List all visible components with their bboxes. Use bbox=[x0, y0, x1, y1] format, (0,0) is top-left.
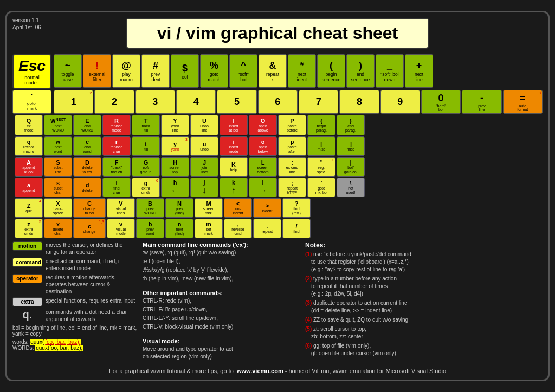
cmd-w: :w (save), :q (quit), :q! (quit w/o savi… bbox=[143, 249, 300, 257]
key-l: l → bbox=[249, 178, 277, 197]
key-5: 5 bbox=[217, 90, 256, 114]
key-T: T back'till bbox=[132, 115, 160, 135]
legend-col: motion moves the cursor, or defines the … bbox=[12, 241, 137, 362]
notes-col: Notes: (1) use "x before a yank/paste/de… bbox=[305, 241, 543, 362]
key-t: t 'till bbox=[132, 136, 160, 156]
key-A: A appendat eol bbox=[15, 157, 43, 177]
key-tilde: ~ togglecase bbox=[54, 54, 82, 88]
cmd-f: :e f (open file f), bbox=[143, 258, 300, 265]
key-d: d delete bbox=[73, 178, 101, 197]
key-z: 5 z extracmds bbox=[15, 219, 43, 238]
esc-key: Esc bbox=[18, 57, 46, 75]
key-s: s substchar bbox=[44, 178, 72, 197]
note-2: (2) type in a number before any action t… bbox=[305, 275, 543, 298]
cmd-ctrl2: CTRL-F/-B: page up/down, bbox=[143, 306, 300, 313]
key-rparen: ) endsentence bbox=[346, 54, 375, 88]
key-semicolon: ; repeatt/T/f/F bbox=[278, 178, 306, 197]
key-N: N prev(find) bbox=[165, 198, 193, 218]
key-apostrophe: ' gotomk. bol bbox=[307, 178, 335, 197]
key-c: 1,3 c change bbox=[73, 219, 106, 238]
date-text: April 1st, 06 bbox=[12, 24, 56, 31]
visual-title: Visual mode: bbox=[143, 338, 300, 344]
key-I: I insertat bol bbox=[220, 115, 248, 135]
key-P: P pastebefore bbox=[278, 115, 306, 135]
key-y: 3 y yank bbox=[161, 136, 189, 156]
key-lbrace: { beginparag. bbox=[307, 115, 335, 135]
key-pipe: | bol/goto col bbox=[337, 157, 365, 177]
main-title: vi / vim graphical cheat sheet bbox=[138, 23, 417, 43]
key-M: M screenmid'l bbox=[195, 198, 223, 218]
key-D: D deleteto eol bbox=[73, 157, 101, 177]
badge-motion: motion bbox=[12, 241, 42, 251]
key-J: J joinlines bbox=[190, 157, 218, 177]
badge-extra: extra bbox=[12, 297, 42, 306]
key-H: H screentop bbox=[161, 157, 189, 177]
key-gt: > indent bbox=[253, 198, 281, 218]
key-h: h ← bbox=[161, 178, 189, 197]
key-2: 2 bbox=[94, 90, 134, 114]
cmd-h: :h (help in vim), :new (new file in vim)… bbox=[143, 275, 300, 283]
key-v: v visualmode bbox=[107, 219, 135, 238]
key-g: 6 g extracmds bbox=[132, 178, 160, 197]
key-percent: % gotomatch bbox=[200, 54, 228, 88]
version-text: version 1.1 bbox=[12, 17, 56, 24]
key-E: E endWORD bbox=[73, 115, 101, 135]
key-e: e endword bbox=[73, 136, 101, 156]
key-a: a append bbox=[15, 178, 43, 197]
cmd-ctrl4: CTRL-V: block-visual mode (vim only) bbox=[143, 323, 300, 331]
key-U: U undoline bbox=[190, 115, 218, 135]
key-u: u undo bbox=[190, 136, 218, 156]
key-O: O openabove bbox=[249, 115, 277, 135]
legend-motion-text: moves the cursor, or defines the range f… bbox=[46, 241, 137, 256]
other-cmd-title: Other important commands: bbox=[143, 290, 300, 296]
note-4: (4) ZZ to save & quit, ZQ to quit w/o sa… bbox=[305, 316, 543, 324]
badge-command: command bbox=[12, 258, 42, 267]
key-b: b prevword bbox=[136, 219, 164, 238]
key-n: n next(find) bbox=[165, 219, 193, 238]
cmd-subst: :%s/x/y/g (replace 'x' by 'y' filewide), bbox=[143, 266, 300, 274]
key-w: w nextword bbox=[44, 136, 72, 156]
cmd-ctrl: CTRL-R: redo (vim), bbox=[143, 297, 300, 305]
key-L: L screenbottom bbox=[249, 157, 277, 177]
key-R: R replacemode bbox=[102, 115, 131, 135]
key-V: V visuallines bbox=[107, 198, 135, 218]
key-k: k ↑ bbox=[220, 178, 248, 197]
key-m: m setmark bbox=[195, 219, 223, 238]
key-x: x deletechar bbox=[44, 219, 72, 238]
key-j: j ↓ bbox=[190, 178, 218, 197]
key-backtick: ` gotomark bbox=[12, 90, 51, 114]
key-backslash: \ notused! bbox=[337, 178, 365, 197]
key-p: p pasteafter bbox=[278, 136, 306, 156]
key-9: 9 bbox=[380, 90, 420, 114]
key-lparen: ( beginsentence bbox=[317, 54, 345, 88]
key-quote: 1 " reg.spec. bbox=[307, 157, 335, 177]
key-K: K help bbox=[220, 157, 248, 177]
key-Q: Q exmode bbox=[15, 115, 43, 135]
key-Y: Y yankline bbox=[161, 115, 189, 135]
key-caret: ^ "soft"bol bbox=[229, 54, 257, 88]
key-plus: + nextline bbox=[405, 54, 433, 88]
key-6: 6 bbox=[258, 90, 298, 114]
key-dollar: $ eol bbox=[171, 54, 199, 88]
key-0: 0 "hard"bol bbox=[421, 90, 461, 114]
key-amp: & repeat:s bbox=[259, 54, 287, 88]
key-S: S substline bbox=[44, 157, 72, 177]
key-8: 8 bbox=[339, 90, 379, 114]
key-rbrace: } endparag. bbox=[337, 115, 365, 135]
cmd-ctrl3: CTRL-E/-Y: scroll line up/down, bbox=[143, 315, 300, 322]
footer-suffix: - home of ViEmu, vi/vim emulation for Mi… bbox=[285, 368, 446, 374]
words-section: words: quux(foo, bar, baz); WORDs: quux(… bbox=[12, 339, 137, 351]
key-at: @ playmacro bbox=[112, 54, 140, 88]
key-slash: / find bbox=[282, 219, 311, 238]
footer-url[interactable]: www.viemu.com bbox=[237, 368, 283, 374]
main-cmd-title: Main command line commands ('ex'): bbox=[143, 241, 300, 248]
key-lbracket: [ misc bbox=[307, 136, 335, 156]
key-7: 7 bbox=[299, 90, 338, 114]
key-star: * nextident bbox=[288, 54, 316, 88]
key-W: WNEXT nextWORD bbox=[44, 115, 72, 135]
note-5: (5) zt: scroll cursor to top, zb: bottom… bbox=[305, 325, 543, 341]
note-3: (3) duplicate operator to act on current… bbox=[305, 299, 543, 315]
key-question: ? find(rev.) bbox=[282, 198, 311, 218]
bol-eol-line: bol = beginning of line, eol = end of li… bbox=[12, 325, 137, 337]
title-box: vi / vim graphical cheat sheet bbox=[126, 18, 429, 49]
